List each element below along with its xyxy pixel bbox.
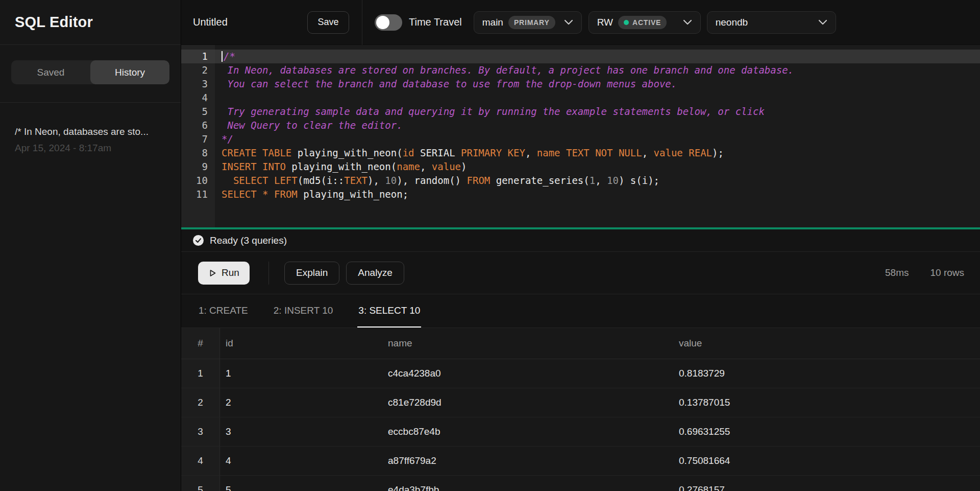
primary-badge: PRIMARY [508, 16, 555, 29]
code-line[interactable]: /* [215, 50, 980, 63]
actions-divider [268, 262, 269, 285]
history-item[interactable]: /* In Neon, databases are sto... Apr 15,… [0, 103, 181, 154]
ready-check-icon [193, 235, 204, 246]
status-bar: Ready (3 queries) [181, 229, 980, 252]
cell-name: a87ff679a2 [382, 447, 673, 475]
query-duration: 58ms [885, 267, 909, 278]
code-line[interactable]: Try generating sample data and querying … [215, 105, 980, 119]
code-line[interactable] [215, 91, 980, 105]
line-number: 10 [181, 174, 215, 188]
history-item-title: /* In Neon, databases are sto... [15, 126, 166, 137]
cell-index: 3 [181, 417, 220, 446]
table-row: 5 5 e4da3b7fbb 0.2768157 [181, 476, 980, 491]
database-dropdown[interactable]: neondb [707, 11, 836, 34]
sidebar-tab-saved[interactable]: Saved [11, 60, 90, 84]
sidebar-tab-history[interactable]: History [90, 60, 169, 84]
compute-name: RW [597, 17, 613, 28]
database-name: neondb [716, 17, 748, 28]
result-tab[interactable]: 2: INSERT 10 [273, 294, 334, 328]
table-body: 1 1 c4ca4238a0 0.8183729 2 2 c81e728d9d … [181, 359, 980, 491]
code-line[interactable]: In Neon, databases are stored on branche… [215, 63, 980, 77]
line-number: 7 [181, 132, 215, 146]
chevron-down-icon [564, 19, 573, 25]
line-number: 8 [181, 146, 215, 160]
sidebar: SQL Editor SavedHistory /* In Neon, data… [0, 0, 181, 491]
cell-name: eccbc87e4b [382, 417, 673, 446]
explain-button[interactable]: Explain [284, 262, 339, 285]
branch-name: main [482, 17, 503, 28]
column-header-name: name [382, 328, 673, 359]
result-tab[interactable]: 3: SELECT 10 [357, 294, 421, 328]
table-header: # id name value [181, 328, 980, 359]
result-tabs: 1: CREATE2: INSERT 103: SELECT 10 [181, 294, 980, 328]
table-row: 2 2 c81e728d9d 0.13787015 [181, 388, 980, 417]
cell-value: 0.75081664 [673, 447, 980, 475]
active-status-dot-icon [624, 20, 629, 25]
topbar: Untitled Save Time Travel main PRIMARY R… [181, 0, 980, 45]
table-row: 1 1 c4ca4238a0 0.8183729 [181, 359, 980, 388]
cell-name: c81e728d9d [382, 388, 673, 417]
actions-bar: Run Explain Analyze 58ms 10 rows [181, 252, 980, 294]
compute-dropdown[interactable]: RW ACTIVE [589, 11, 701, 34]
cell-id: 3 [220, 417, 382, 446]
time-travel-toggle[interactable] [375, 14, 402, 31]
sidebar-header: SQL Editor [0, 0, 181, 45]
code-line[interactable]: SELECT * FROM playing_with_neon; [215, 188, 980, 201]
cell-index: 2 [181, 388, 220, 417]
line-number-gutter: 1234567891011 [181, 45, 215, 227]
cell-id: 5 [220, 476, 382, 491]
save-button[interactable]: Save [307, 11, 349, 34]
table-row: 3 3 eccbc87e4b 0.69631255 [181, 417, 980, 447]
sql-editor[interactable]: 1234567891011 /* In Neon, databases are … [181, 45, 980, 227]
cell-value: 0.69631255 [673, 417, 980, 446]
active-badge-label: ACTIVE [632, 18, 661, 27]
topbar-divider [362, 0, 362, 45]
line-number: 6 [181, 119, 215, 132]
cell-index: 5 [181, 476, 220, 491]
query-title: Untitled [193, 16, 307, 28]
column-header-id: id [220, 328, 382, 359]
play-icon [208, 269, 217, 277]
cell-id: 4 [220, 447, 382, 475]
chevron-down-icon [818, 19, 827, 25]
cell-name: e4da3b7fbb [382, 476, 673, 491]
column-header-index: # [181, 328, 220, 359]
cell-name: c4ca4238a0 [382, 359, 673, 388]
analyze-button[interactable]: Analyze [346, 262, 404, 285]
cell-index: 1 [181, 359, 220, 388]
cell-index: 4 [181, 447, 220, 475]
code-line[interactable]: */ [215, 132, 980, 146]
line-number: 11 [181, 188, 215, 201]
toggle-knob-icon [376, 16, 389, 29]
column-header-value: value [673, 328, 980, 359]
line-number: 1 [181, 50, 215, 63]
code-line[interactable]: New Query to clear the editor. [215, 119, 980, 132]
table-row: 4 4 a87ff679a2 0.75081664 [181, 447, 980, 476]
cell-value: 0.2768157 [673, 476, 980, 491]
main-panel: Untitled Save Time Travel main PRIMARY R… [181, 0, 980, 491]
cell-value: 0.8183729 [673, 359, 980, 388]
result-tab[interactable]: 1: CREATE [198, 294, 249, 328]
chevron-down-icon [683, 19, 692, 25]
line-number: 4 [181, 91, 215, 105]
code-line[interactable]: You can select the branch and database t… [215, 77, 980, 91]
time-travel-label: Time Travel [409, 16, 462, 28]
cell-id: 1 [220, 359, 382, 388]
code-lines[interactable]: /* In Neon, databases are stored on bran… [215, 45, 980, 227]
code-line[interactable]: SELECT LEFT(md5(i::TEXT), 10), random() … [215, 174, 980, 188]
run-button[interactable]: Run [198, 262, 250, 285]
line-number: 3 [181, 77, 215, 91]
code-line[interactable]: CREATE TABLE playing_with_neon(id SERIAL… [215, 146, 980, 160]
line-number: 5 [181, 105, 215, 119]
sidebar-tabs: SavedHistory [11, 60, 169, 84]
text-cursor [222, 51, 223, 62]
history-item-timestamp: Apr 15, 2024 - 8:17am [15, 143, 166, 154]
query-row-count: 10 rows [930, 267, 964, 278]
cell-id: 2 [220, 388, 382, 417]
line-number: 2 [181, 63, 215, 77]
cell-value: 0.13787015 [673, 388, 980, 417]
code-line[interactable]: INSERT INTO playing_with_neon(name, valu… [215, 160, 980, 174]
run-button-label: Run [222, 267, 239, 278]
branch-dropdown[interactable]: main PRIMARY [474, 11, 582, 34]
line-number: 9 [181, 160, 215, 174]
